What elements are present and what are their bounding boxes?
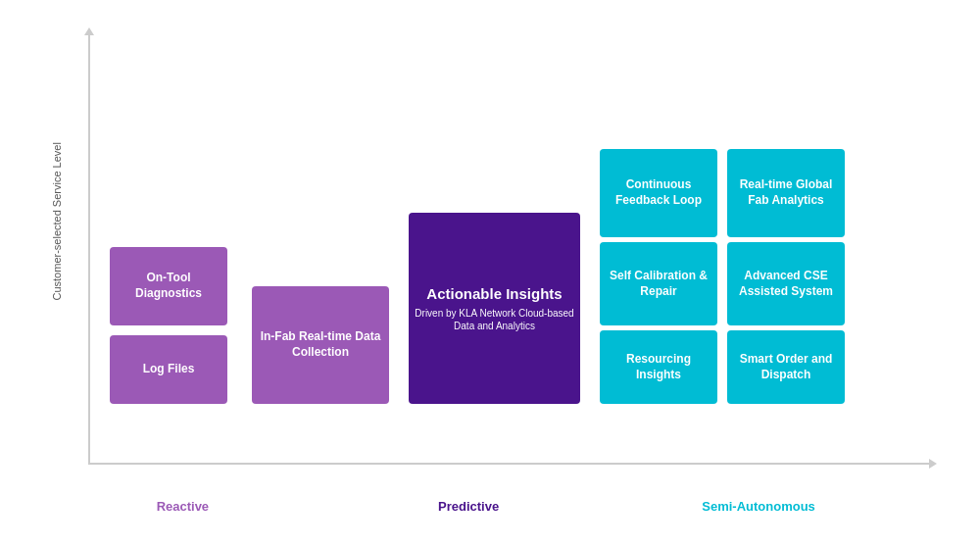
block-smart-order: Smart Order and Dispatch (727, 330, 845, 404)
cat-predictive-label: Predictive (376, 499, 562, 514)
block-realtime-global-title: Real-time Global Fab Analytics (733, 177, 839, 208)
block-log-files: Log Files (110, 335, 227, 404)
block-actionable-subtitle: Driven by KLA Network Cloud-based Data a… (415, 307, 574, 332)
block-self-calibration-title: Self Calibration & Repair (606, 269, 711, 299)
block-self-calibration: Self Calibration & Repair (600, 242, 717, 325)
block-in-fab-title: In-Fab Real-time Data Collection (258, 329, 383, 360)
block-resourcing: Resourcing Insights (600, 330, 717, 404)
block-resourcing-title: Resourcing Insights (606, 352, 711, 382)
category-labels: Reactive Predictive Semi-Autonomous (90, 499, 931, 514)
cat-semi-label: Semi-Autonomous (645, 499, 872, 514)
y-axis-label: Customer-selected Service Level (51, 247, 63, 301)
block-continuous-feedback: Continuous Feedback Loop (600, 149, 717, 237)
block-realtime-global: Real-time Global Fab Analytics (727, 149, 845, 237)
block-continuous-feedback-title: Continuous Feedback Loop (606, 177, 711, 208)
cat-reactive-label: Reactive (90, 499, 275, 514)
block-advanced-cse: Advanced CSE Assisted System (727, 242, 845, 325)
block-smart-order-title: Smart Order and Dispatch (733, 352, 839, 382)
block-actionable: Actionable Insights Driven by KLA Networ… (409, 213, 580, 404)
block-log-files-title: Log Files (143, 362, 195, 377)
block-on-tool: On-Tool Diagnostics (110, 247, 227, 325)
chart-container: Customer-selected Service Level On-Tool … (29, 24, 951, 523)
block-actionable-title: Actionable Insights (426, 284, 562, 304)
block-on-tool-title: On-Tool Diagnostics (116, 271, 221, 301)
block-in-fab: In-Fab Real-time Data Collection (252, 286, 389, 404)
x-axis (88, 463, 931, 465)
blocks-area: On-Tool Diagnostics Log Files In-Fab Rea… (90, 33, 931, 463)
block-advanced-cse-title: Advanced CSE Assisted System (733, 269, 839, 299)
